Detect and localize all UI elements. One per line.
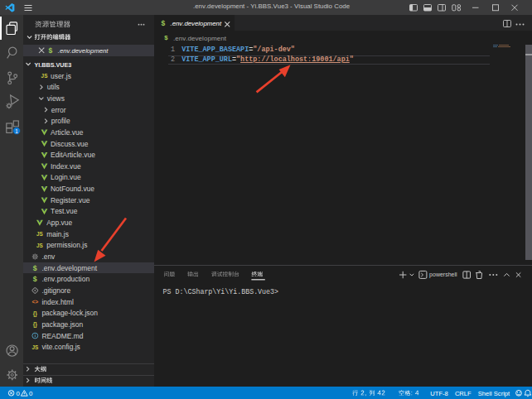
svg-text:{}: {}	[33, 321, 38, 328]
svg-text:JS: JS	[31, 344, 39, 350]
svg-text:$: $	[33, 275, 37, 283]
svg-text:{}: {}	[33, 310, 38, 317]
svg-text:JS: JS	[41, 73, 49, 79]
svg-text:$: $	[33, 264, 37, 272]
svg-text:<>: <>	[31, 299, 38, 305]
svg-text:JS: JS	[36, 243, 44, 248]
svg-text:1: 1	[15, 128, 18, 134]
svg-text:JS: JS	[36, 231, 44, 237]
